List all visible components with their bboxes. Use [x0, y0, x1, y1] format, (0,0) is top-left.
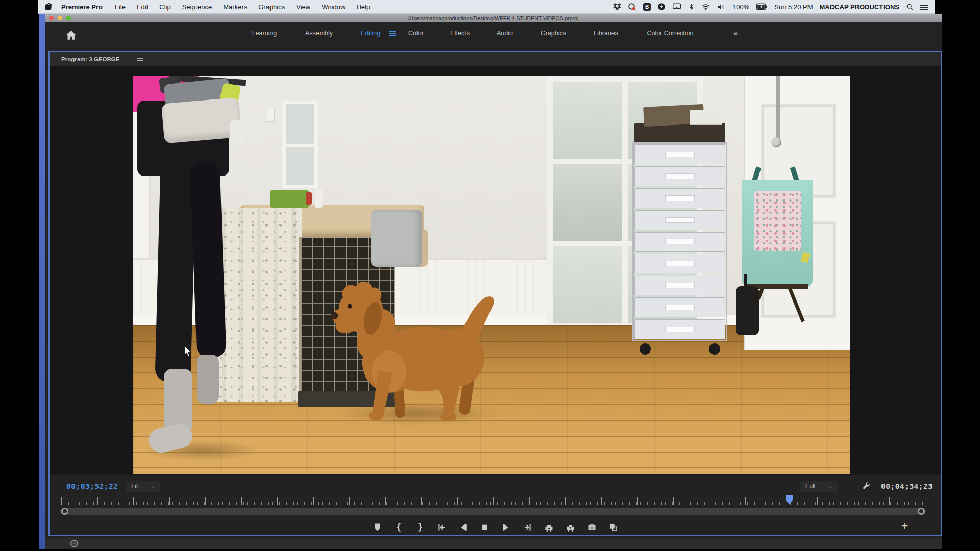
window-frame	[282, 101, 318, 188]
tote-floral-panel	[754, 191, 801, 251]
window-title-bar: /Users/madcapproductions/Desktop/WEEK 4 …	[45, 14, 942, 22]
tab-learning[interactable]: Learning	[252, 30, 277, 37]
menu-graphics[interactable]: Graphics	[258, 3, 285, 11]
monitor-zoom-scrollbar[interactable]	[60, 508, 926, 515]
tote-bag	[742, 180, 813, 288]
lift-button[interactable]	[543, 521, 555, 534]
menu-sequence[interactable]: Sequence	[182, 3, 212, 11]
tab-color-correction[interactable]: Color Correction	[647, 30, 693, 37]
dropbox-icon[interactable]	[613, 3, 621, 11]
comparison-view-button[interactable]	[607, 521, 620, 534]
extract-button[interactable]	[564, 521, 577, 534]
dog-topknot	[366, 288, 382, 303]
menu-clip[interactable]: Clip	[159, 3, 170, 11]
cart-drawer	[634, 297, 725, 317]
mouse-cursor	[184, 345, 194, 358]
tab-assembly[interactable]: Assembly	[305, 30, 333, 37]
menu-window[interactable]: Window	[322, 3, 345, 11]
menu-edit[interactable]: Edit	[137, 3, 148, 11]
person-leg-rear	[190, 162, 226, 358]
cart-drawer	[634, 254, 725, 273]
account-name[interactable]: MADCAP PRODUCTIONS	[820, 3, 900, 11]
program-monitor-video	[133, 76, 850, 474]
program-panel-title: Program: 3 GEORGE	[61, 56, 119, 62]
dog-beard	[336, 319, 356, 334]
bluetooth-icon[interactable]	[688, 3, 695, 11]
mark-out-glyph: }	[418, 522, 423, 532]
zoom-handle-left[interactable]	[61, 508, 68, 515]
sequence-duration-timecode: 00;04;34;23	[881, 482, 933, 490]
divider-pane	[553, 164, 622, 241]
mark-out-button[interactable]: }	[414, 521, 427, 534]
timeline-mini-ruler[interactable]	[61, 496, 925, 507]
spotlight-search-icon[interactable]	[906, 3, 914, 11]
tote-tag	[801, 252, 810, 263]
divider-pane	[553, 82, 622, 159]
go-to-out-button[interactable]	[521, 521, 534, 534]
menu-app-name[interactable]: Premiere Pro	[61, 3, 103, 11]
play-stop-button[interactable]	[478, 521, 491, 534]
tab-color[interactable]: Color	[408, 30, 424, 37]
button-editor-add-button[interactable]: +	[901, 520, 908, 531]
box-drive-icon[interactable]: B	[643, 3, 651, 11]
step-forward-button[interactable]	[500, 521, 512, 534]
battery-charging-icon[interactable]	[756, 3, 768, 10]
settings-wrench-icon[interactable]	[862, 482, 871, 491]
window-bottom-strip	[45, 538, 942, 549]
dog-nose	[331, 312, 338, 319]
zoom-handle-right[interactable]	[918, 508, 925, 515]
dog-rear-paw	[440, 412, 457, 421]
mark-in-button[interactable]: {	[393, 521, 405, 534]
zoom-window-button[interactable]	[66, 16, 71, 20]
menu-file[interactable]: File	[115, 3, 126, 11]
menu-clock[interactable]: Sun 5:20 PM	[774, 3, 813, 11]
playback-resolution-select[interactable]: Full ⌄	[800, 481, 838, 492]
sync-badge-icon[interactable]	[628, 3, 636, 11]
cart-wheel	[709, 343, 720, 355]
menu-view[interactable]: View	[296, 3, 310, 11]
zoom-level-select[interactable]: Fit ⌄	[126, 481, 160, 492]
step-back-button[interactable]	[457, 521, 470, 534]
spray-bottle	[230, 120, 243, 145]
person-sock-rear	[197, 355, 219, 404]
editing-tab-menu-icon[interactable]	[389, 31, 396, 36]
minimize-window-button[interactable]	[58, 16, 62, 20]
apple-menu-icon[interactable]	[45, 2, 52, 12]
gray-towel	[371, 210, 422, 267]
tab-graphics[interactable]: Graphics	[541, 30, 566, 37]
cart-drawer	[634, 276, 725, 295]
tab-audio[interactable]: Audio	[497, 30, 513, 37]
tab-libraries[interactable]: Libraries	[594, 30, 618, 37]
close-window-button[interactable]	[49, 16, 54, 20]
green-box	[270, 190, 309, 208]
tab-editing[interactable]: Editing	[361, 30, 380, 37]
cart-drawer	[634, 210, 725, 230]
playback-resolution-value: Full	[805, 483, 815, 490]
menu-help[interactable]: Help	[356, 3, 370, 11]
wifi-icon[interactable]	[701, 3, 710, 11]
tab-effects[interactable]: Effects	[450, 30, 470, 37]
ruler-major-ticks	[61, 497, 925, 505]
panel-menu-icon[interactable]	[137, 57, 143, 61]
door-hook-strap	[776, 76, 780, 140]
cart-drawer	[634, 319, 725, 339]
red-item	[306, 192, 312, 205]
current-timecode[interactable]: 00;03;52;22	[66, 482, 118, 490]
door-hook-knob	[771, 137, 781, 147]
chevron-down-icon: ⌄	[828, 484, 832, 489]
home-icon[interactable]	[64, 29, 78, 42]
cart-drawers	[634, 144, 725, 339]
white-bottle	[315, 189, 323, 208]
add-marker-button[interactable]	[371, 521, 384, 534]
go-to-in-button[interactable]	[435, 521, 448, 534]
workspace-overflow-chevron[interactable]: »	[733, 29, 738, 37]
notification-center-icon[interactable]	[920, 4, 928, 10]
menu-markers[interactable]: Markers	[223, 3, 247, 11]
airplay-display-icon[interactable]	[672, 3, 681, 11]
chevron-down-icon: ⌄	[151, 484, 155, 489]
power-bolt-icon[interactable]	[657, 3, 666, 11]
volume-muted-icon[interactable]	[717, 3, 726, 11]
cart-drawer	[634, 232, 725, 252]
black-pouch-strap	[744, 274, 747, 289]
export-frame-button[interactable]	[585, 521, 598, 534]
